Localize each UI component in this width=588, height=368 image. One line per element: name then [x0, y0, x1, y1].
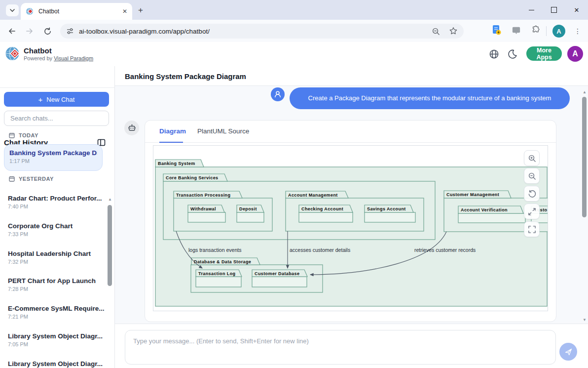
- tab-diagram[interactable]: Diagram: [159, 127, 186, 135]
- toolbar-divider: [546, 26, 547, 36]
- svg-text:Transaction Processing: Transaction Processing: [176, 193, 230, 198]
- svg-text:Account Management: Account Management: [288, 193, 338, 198]
- diagram-card: Diagram PlantUML Source Banking Syst: [145, 120, 556, 322]
- person-icon: [274, 90, 282, 98]
- visual-paradigm-favicon: [26, 7, 34, 15]
- relation-label: accesses customer details: [290, 247, 350, 253]
- svg-text:Customer Management: Customer Management: [446, 192, 499, 197]
- user-message-avatar: [271, 87, 285, 101]
- svg-text:Withdrawal: Withdrawal: [190, 206, 216, 211]
- package-account-verification: Account Verification: [458, 206, 525, 223]
- divider: [0, 87, 115, 88]
- send-plane-icon: [564, 348, 573, 356]
- plus-icon: +: [38, 95, 43, 104]
- reset-view-button[interactable]: [524, 186, 540, 202]
- package-customer-database: Customer Database: [252, 270, 307, 287]
- window-close-button[interactable]: ✕: [565, 0, 588, 20]
- window-minimize-button[interactable]: [520, 0, 543, 20]
- chat-item[interactable]: PERT Chart for App Launch 7:28 PM: [8, 277, 105, 292]
- app-title: Chatbot: [24, 46, 52, 55]
- site-settings-icon[interactable]: [66, 27, 74, 35]
- chrome-menu-icon[interactable]: ⋮: [574, 25, 581, 38]
- chat-item[interactable]: Radar Chart: Product Perfor... 7:40 PM: [8, 195, 105, 209]
- svg-text:Core Banking Services: Core Banking Services: [166, 175, 218, 180]
- user-message-bubble: Create a Package Diagram that represents…: [290, 87, 570, 109]
- zoom-indicator-icon[interactable]: [432, 27, 440, 36]
- page-title: Banking System Package Diagram: [125, 72, 246, 81]
- chat-item-selected[interactable]: Banking System Package Dia... 1:17 PM: [4, 144, 103, 171]
- extension-icons: [492, 25, 541, 36]
- tab-title: Chatbot: [38, 8, 122, 15]
- more-apps-button[interactable]: More Apps: [526, 46, 562, 61]
- package-withdrawal: Withdrawal: [188, 205, 225, 222]
- calendar-icon: [9, 176, 15, 182]
- chat-item[interactable]: Hospital Leadership Chart 7:32 PM: [8, 250, 105, 265]
- bookmark-star-icon[interactable]: [449, 27, 458, 36]
- chat-scroll-up-arrow[interactable]: ▲: [583, 90, 587, 94]
- svg-text:Banking System: Banking System: [158, 161, 195, 166]
- fullscreen-button[interactable]: [524, 221, 540, 237]
- svg-text:Checking Account: Checking Account: [301, 206, 343, 211]
- section-header-yesterday: YESTERDAY: [9, 176, 54, 182]
- search-input[interactable]: [4, 111, 109, 126]
- sidebar: Chat History + New Chat TODAY Banking Sy…: [0, 66, 115, 368]
- package-transaction-log: Transaction Log: [196, 270, 242, 287]
- chat-item[interactable]: Corporate Org Chart 7:33 PM: [8, 222, 105, 237]
- section-header-today: TODAY: [9, 132, 38, 138]
- back-button[interactable]: [6, 26, 17, 37]
- svg-text:Transaction Log: Transaction Log: [198, 271, 236, 276]
- bot-avatar: [124, 121, 139, 135]
- diagram-viewport[interactable]: Banking System Core Banking Services Tra…: [153, 145, 548, 311]
- svg-text:Savings Account: Savings Account: [367, 206, 406, 211]
- tab-plantuml-source[interactable]: PlantUML Source: [197, 127, 249, 135]
- message-input[interactable]: [125, 330, 556, 365]
- browser-tab-chatbot[interactable]: Chatbot ✕: [21, 3, 132, 20]
- chat-scrollbar-thumb[interactable]: [582, 97, 587, 217]
- app-header: [0, 42, 588, 67]
- chat-extension-icon[interactable]: [512, 26, 521, 35]
- package-deposit: Deposit: [237, 205, 264, 222]
- svg-text:Deposit: Deposit: [239, 206, 257, 211]
- visual-paradigm-logo: [5, 45, 21, 62]
- tab-search-button[interactable]: [6, 4, 19, 16]
- docs-extension-icon[interactable]: [492, 25, 502, 36]
- reload-button[interactable]: [42, 26, 53, 37]
- powered-by-text: Powered by Visual Paradigm: [24, 55, 93, 61]
- chat-item[interactable]: E-Commerce SysML Require... 7:21 PM: [8, 305, 105, 320]
- window-maximize-button[interactable]: [543, 0, 565, 20]
- send-button[interactable]: [559, 343, 577, 361]
- chrome-profile-avatar[interactable]: A: [552, 25, 565, 38]
- relation-label: logs transaction events: [188, 247, 241, 253]
- zoom-out-button[interactable]: [524, 168, 540, 184]
- card-tabs: Diagram PlantUML Source: [145, 121, 556, 143]
- svg-text:Customer Database: Customer Database: [255, 271, 299, 276]
- language-globe-icon[interactable]: [489, 49, 499, 59]
- forward-button[interactable]: [24, 26, 35, 37]
- relation-label: retrieves customer records: [414, 247, 476, 253]
- chat-history-list: TODAY Banking System Package Dia... 1:17…: [0, 130, 115, 368]
- svg-text:Account Verification: Account Verification: [461, 207, 508, 212]
- robot-icon: [128, 124, 136, 132]
- url-text[interactable]: ai-toolbox.visual-paradigm.com/app/chatb…: [79, 28, 432, 35]
- sidebar-scrollbar-thumb[interactable]: [108, 205, 112, 286]
- zoom-in-button[interactable]: [524, 150, 540, 166]
- chat-scroll-down-arrow[interactable]: ▼: [583, 318, 587, 322]
- new-chat-button[interactable]: + New Chat: [4, 92, 109, 107]
- sidebar-scroll-up-arrow[interactable]: ▲: [108, 198, 112, 202]
- chevron-down-icon: [9, 7, 15, 13]
- tab-close-icon[interactable]: ✕: [122, 8, 127, 14]
- visual-paradigm-link[interactable]: Visual Paradigm: [54, 55, 93, 61]
- package-checking-account: Checking Account: [299, 205, 353, 222]
- user-avatar-badge[interactable]: A: [567, 46, 583, 62]
- chat-item[interactable]: Library System Object Diagr... 7:05 PM: [8, 332, 105, 347]
- calendar-icon: [9, 132, 15, 138]
- extensions-puzzle-icon[interactable]: [531, 25, 541, 35]
- expand-diagonal-button[interactable]: [524, 204, 540, 219]
- url-bar[interactable]: ai-toolbox.visual-paradigm.com/app/chatb…: [60, 24, 464, 39]
- chat-item[interactable]: Library System Object Diagr...: [8, 360, 105, 368]
- active-tab-underline: [159, 142, 183, 143]
- new-tab-button[interactable]: +: [138, 5, 143, 15]
- dark-mode-moon-icon[interactable]: [507, 49, 517, 59]
- browser-tab-strip: Chatbot ✕ + ✕: [0, 0, 588, 20]
- chat-messages-area: Create a Package Diagram that represents…: [115, 86, 588, 324]
